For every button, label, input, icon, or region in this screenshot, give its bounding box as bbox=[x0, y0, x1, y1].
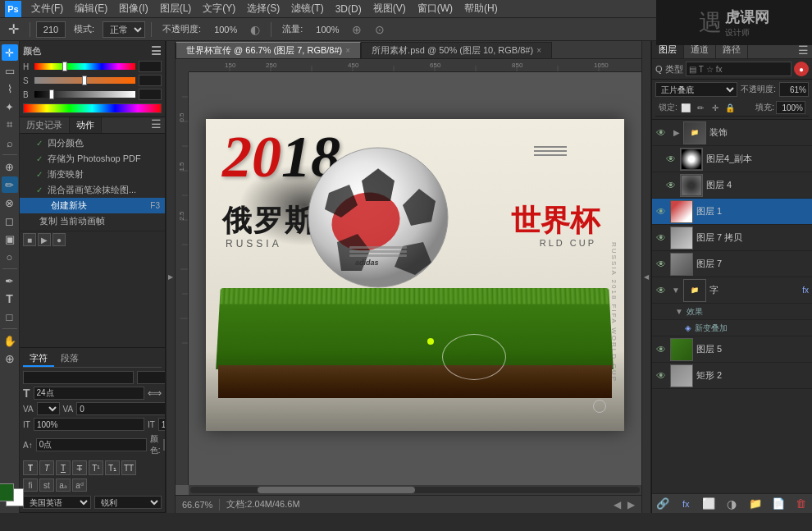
tab-paragraph[interactable]: 段落 bbox=[54, 351, 85, 367]
layer-gradient-effect[interactable]: ◈ 新变叠加 bbox=[652, 320, 812, 336]
layer-fx-btn[interactable]: fx bbox=[678, 497, 693, 511]
menu-text[interactable]: 文字(Y) bbox=[198, 0, 240, 17]
layer-new-btn[interactable]: 📄 bbox=[771, 497, 786, 511]
tool-eraser[interactable]: ◻ bbox=[2, 213, 18, 229]
tool-magic-wand[interactable]: ✦ bbox=[2, 98, 18, 115]
tool-shape[interactable]: □ bbox=[2, 309, 18, 325]
foreground-background-colors[interactable] bbox=[0, 483, 24, 506]
layer-effects-group[interactable]: ▼ 效果 bbox=[652, 304, 812, 320]
text-super-btn[interactable]: T¹ bbox=[89, 460, 103, 475]
layer-eye-4copy[interactable]: 👁 bbox=[665, 153, 677, 165]
layer-blend-mode-select[interactable]: 正片叠底 bbox=[655, 82, 737, 97]
lock-all-btn[interactable]: 🔒 bbox=[723, 101, 737, 114]
status-prev-btn[interactable]: ◀ bbox=[614, 499, 621, 510]
h-scrollbar[interactable] bbox=[189, 485, 641, 495]
lock-position-btn[interactable]: ✛ bbox=[709, 101, 722, 114]
tool-healing[interactable]: ⊕ bbox=[2, 158, 18, 175]
tool-select-rect[interactable]: ▭ bbox=[2, 62, 18, 79]
aa-method-select[interactable]: 锐利 bbox=[94, 496, 162, 509]
layer-eye-rect2[interactable]: 👁 bbox=[655, 370, 667, 382]
history-item-2[interactable]: ✓ 渐变映射 bbox=[20, 167, 165, 182]
layer-group-btn[interactable]: 📁 bbox=[748, 497, 763, 511]
history-item-0[interactable]: ✓ 四分颜色 bbox=[20, 135, 165, 151]
text-underline-btn[interactable]: T bbox=[56, 460, 71, 475]
brush-size-input[interactable]: 210 bbox=[36, 21, 66, 38]
canvas-tab-0[interactable]: 世界杯宣传 @ 66.7% (图层 7, RGB/8#) × bbox=[176, 42, 361, 58]
menu-view[interactable]: 视图(V) bbox=[368, 0, 411, 17]
font-size-input[interactable] bbox=[34, 387, 144, 400]
menu-window[interactable]: 窗口(W) bbox=[413, 0, 458, 17]
text-italic-btn[interactable]: T bbox=[39, 460, 54, 475]
history-item-4[interactable]: 创建新块 F3 bbox=[20, 198, 165, 213]
layer-eye-5[interactable]: 👁 bbox=[655, 344, 667, 355]
layer-adjustment-btn[interactable]: ◑ bbox=[724, 497, 739, 511]
tab-character[interactable]: 字符 bbox=[23, 351, 54, 367]
s-value-input[interactable]: 49 bbox=[139, 75, 162, 86]
b-slider[interactable] bbox=[34, 91, 135, 98]
kerning-select[interactable] bbox=[37, 402, 60, 415]
status-next-btn[interactable]: ▶ bbox=[627, 499, 635, 510]
b-value-input[interactable]: 16 bbox=[139, 89, 162, 100]
tab-history[interactable]: 历史记录 bbox=[20, 117, 70, 133]
layer-1[interactable]: 👁 图层 1 bbox=[652, 199, 812, 225]
menu-edit[interactable]: 编辑(E) bbox=[70, 0, 112, 17]
s-slider[interactable] bbox=[34, 77, 135, 84]
tracking-input[interactable] bbox=[76, 402, 166, 415]
canvas-tab-1[interactable]: 所用素材.psd @ 50% (图层 10, RGB/8#) × bbox=[361, 42, 552, 58]
tool-hand[interactable]: ✋ bbox=[2, 332, 18, 349]
layer-eye-4[interactable]: 👁 bbox=[665, 180, 677, 191]
layer-eye-decoration[interactable]: 👁 bbox=[655, 127, 667, 139]
layer-rect-2[interactable]: 👁 矩形 2 bbox=[652, 363, 812, 389]
menu-image[interactable]: 图像(I) bbox=[114, 0, 153, 17]
layer-opacity-input[interactable] bbox=[779, 82, 809, 97]
lock-image-btn[interactable]: ✏ bbox=[694, 101, 707, 114]
layer-delete-btn[interactable]: 🗑 bbox=[794, 497, 809, 511]
layer-mask-btn[interactable]: ⬜ bbox=[701, 497, 716, 511]
tool-gradient[interactable]: ▣ bbox=[2, 231, 18, 247]
history-item-5[interactable]: 复制 当前动画帧 bbox=[20, 213, 165, 229]
layer-decoration-group[interactable]: 👁 ▶ 📁 装饰 bbox=[652, 120, 812, 146]
menu-3d[interactable]: 3D(D) bbox=[331, 0, 367, 17]
menu-file[interactable]: 文件(F) bbox=[26, 0, 68, 17]
text-st-btn[interactable]: st bbox=[39, 478, 54, 492]
tool-eyedropper[interactable]: ⌕ bbox=[2, 135, 18, 151]
layer-eye-7copy[interactable]: 👁 bbox=[655, 232, 667, 244]
baseline-input[interactable] bbox=[36, 438, 147, 451]
layer-4[interactable]: 👁 图层 4 bbox=[652, 172, 812, 199]
tool-crop[interactable]: ⌗ bbox=[2, 117, 18, 133]
layer-7[interactable]: 👁 图层 7 bbox=[652, 251, 812, 277]
menu-layer[interactable]: 图层(L) bbox=[155, 0, 197, 17]
history-menu-btn[interactable]: ☰ bbox=[148, 117, 165, 133]
menu-filter[interactable]: 滤镜(T) bbox=[286, 0, 328, 17]
foreground-color-box[interactable] bbox=[0, 483, 14, 501]
tool-stamp[interactable]: ⊗ bbox=[2, 195, 18, 211]
layer-5[interactable]: 👁 图层 5 bbox=[652, 336, 812, 363]
right-panel-expand[interactable]: ◀ bbox=[641, 41, 651, 513]
layer-link-btn[interactable]: 🔗 bbox=[655, 497, 670, 511]
text-fi-btn[interactable]: fi bbox=[23, 478, 38, 492]
tab-0-close[interactable]: × bbox=[345, 46, 350, 55]
h-slider[interactable] bbox=[34, 63, 135, 70]
text-sub-btn[interactable]: T₁ bbox=[105, 460, 120, 475]
layer-eye-1[interactable]: 👁 bbox=[655, 206, 667, 217]
layer-4-copy[interactable]: 👁 图层4_副本 bbox=[652, 146, 812, 172]
left-panel-expand[interactable]: ▶ bbox=[166, 41, 176, 513]
tool-brush[interactable]: ✏ bbox=[2, 176, 18, 193]
history-play-btn[interactable]: ▶ bbox=[38, 233, 51, 246]
lock-transparent-btn[interactable]: ⬜ bbox=[679, 101, 692, 114]
tool-pen[interactable]: ✒ bbox=[2, 272, 18, 289]
text-aa-btn[interactable]: aₐ bbox=[56, 478, 71, 492]
font-weight-input[interactable]: 粗体 bbox=[137, 371, 166, 384]
tool-text[interactable]: T bbox=[2, 291, 18, 307]
layer-eye-7[interactable]: 👁 bbox=[655, 259, 667, 270]
text-bold-btn[interactable]: T bbox=[23, 460, 38, 475]
history-stop-btn[interactable]: ■ bbox=[23, 233, 36, 246]
layer-7-copy[interactable]: 👁 图层 7 拷贝 bbox=[652, 225, 812, 251]
history-record-btn[interactable]: ● bbox=[52, 233, 66, 246]
language-select[interactable]: 美国英语 bbox=[23, 496, 91, 509]
tab-1-close[interactable]: × bbox=[536, 46, 541, 55]
history-item-1[interactable]: ✓ 存储为 Photoshop PDF bbox=[20, 151, 165, 167]
tool-zoom[interactable]: ⊕ bbox=[2, 350, 18, 367]
canvas-viewport[interactable]: 2018 bbox=[189, 72, 641, 477]
h-value-input[interactable]: 102 bbox=[139, 61, 162, 72]
